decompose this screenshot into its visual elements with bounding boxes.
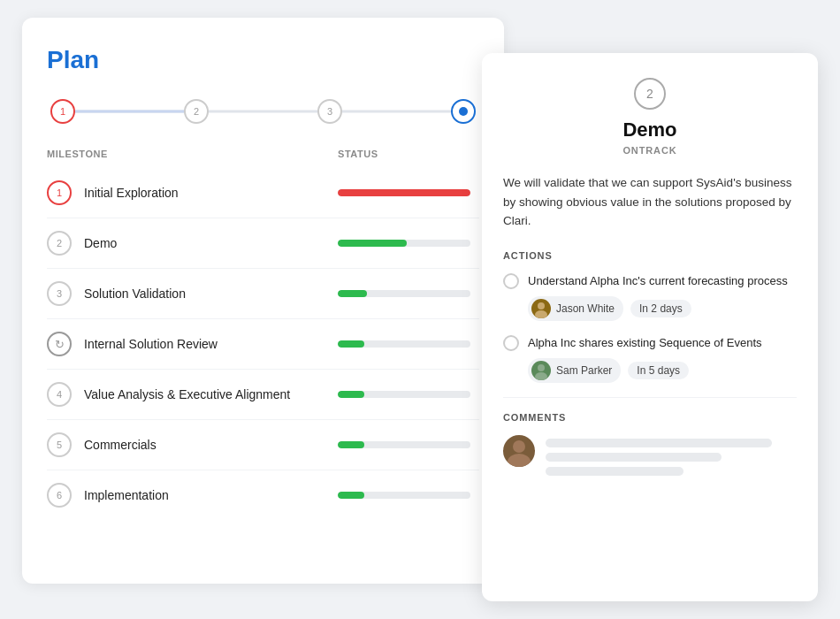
milestone-row-6[interactable]: 5 Commercials — [47, 420, 479, 470]
detail-step-number: 2 — [646, 87, 653, 101]
progress-fill-2 — [338, 240, 407, 247]
progress-fill-3 — [338, 290, 367, 297]
milestone-status-1 — [338, 189, 479, 196]
progress-bar-4 — [338, 340, 470, 348]
action-text-2: Alpha Inc shares existing Sequence of Ev… — [528, 335, 762, 351]
progress-fill-7 — [338, 492, 364, 499]
milestone-status-6 — [338, 441, 479, 448]
action-text-1: Understand Alpha Inc's current forecasti… — [528, 273, 788, 289]
milestone-icon-2: 2 — [47, 231, 72, 256]
milestone-icon-6: 5 — [47, 432, 72, 457]
assignee-name-1: Jason White — [556, 302, 615, 315]
action-meta-2: Sam Parker In 5 days — [503, 358, 797, 383]
detail-title: Demo — [503, 118, 797, 141]
milestone-row-3[interactable]: 3 Solution Validation — [47, 269, 479, 319]
progress-fill-1 — [338, 189, 470, 196]
action-item-2: Alpha Inc shares existing Sequence of Ev… — [503, 335, 797, 383]
action-item-1: Understand Alpha Inc's current forecasti… — [503, 273, 797, 321]
comment-row-1 — [503, 435, 797, 476]
milestone-row-7[interactable]: 6 Implementation — [47, 470, 479, 520]
right-panel: 2 Demo ONTRACK We will validate that we … — [482, 53, 818, 601]
milestone-row-1[interactable]: 1 Initial Exploration — [47, 168, 479, 218]
milestone-name-7: Implementation — [84, 488, 338, 502]
comment-lines — [546, 435, 797, 476]
action-title-row-1: Understand Alpha Inc's current forecasti… — [503, 273, 797, 289]
svg-point-1 — [535, 310, 547, 318]
step-node-3[interactable]: 3 — [317, 99, 342, 124]
step-label-3: 3 — [327, 106, 332, 117]
step-node-1[interactable]: 1 — [50, 99, 75, 124]
track-line-filled — [65, 111, 188, 113]
milestone-table: MILESTONE STATUS 1 Initial Exploration 2… — [47, 149, 479, 520]
milestone-status-5 — [338, 391, 479, 398]
detail-step-circle: 2 — [634, 78, 666, 110]
milestone-status-7 — [338, 492, 479, 499]
comment-line-1 — [546, 439, 772, 447]
action-checkbox-2[interactable] — [503, 335, 519, 351]
assignee-chip-2: Sam Parker — [528, 358, 621, 383]
col-status-header: STATUS — [338, 149, 479, 159]
progress-fill-5 — [338, 391, 364, 398]
comment-avatar — [503, 435, 535, 467]
milestone-status-2 — [338, 240, 479, 247]
milestone-row-2[interactable]: 2 Demo — [47, 218, 479, 269]
milestone-icon-1: 1 — [47, 180, 72, 205]
svg-point-2 — [538, 364, 545, 371]
progress-bar-1 — [338, 189, 470, 196]
step-label-2: 2 — [194, 106, 199, 117]
milestone-name-3: Solution Validation — [84, 287, 338, 301]
progress-bar-2 — [338, 240, 470, 247]
progress-bar-7 — [338, 492, 470, 499]
milestone-icon-3: 3 — [47, 281, 72, 306]
milestone-icon-5: 4 — [47, 382, 72, 407]
detail-status: ONTRACK — [503, 145, 797, 156]
due-chip-2: In 5 days — [628, 362, 689, 379]
actions-label: ACTIONS — [503, 250, 797, 261]
milestone-row-4[interactable]: ↻ Internal Solution Review — [47, 319, 479, 370]
action-meta-1: Jason White In 2 days — [503, 296, 797, 321]
action-checkbox-1[interactable] — [503, 273, 519, 289]
svg-point-0 — [538, 302, 545, 310]
milestone-name-1: Initial Exploration — [84, 186, 338, 200]
progress-fill-4 — [338, 340, 364, 348]
milestone-row-5[interactable]: 4 Value Analysis & Executive Alignment — [47, 370, 479, 420]
comment-line-2 — [546, 453, 722, 462]
milestone-name-4: Internal Solution Review — [84, 337, 338, 351]
table-header: MILESTONE STATUS — [47, 149, 479, 168]
step-label-1: 1 — [60, 106, 65, 117]
due-chip-1: In 2 days — [630, 300, 691, 317]
assignee-chip-1: Jason White — [528, 296, 623, 321]
avatar-jason — [531, 299, 551, 318]
left-panel: Plan 1 2 3 MILESTONE STATUS — [22, 18, 504, 584]
comment-line-3 — [546, 467, 683, 476]
milestone-status-3 — [338, 290, 479, 297]
comments-label: COMMENTS — [503, 412, 797, 423]
svg-point-5 — [508, 454, 531, 467]
progress-bar-5 — [338, 391, 470, 398]
svg-point-4 — [513, 440, 525, 453]
avatar-sam — [531, 361, 551, 380]
progress-fill-6 — [338, 441, 364, 448]
assignee-name-2: Sam Parker — [556, 364, 612, 377]
detail-description: We will validate that we can support Sys… — [503, 173, 797, 231]
milestone-icon-7: 6 — [47, 483, 72, 508]
svg-point-3 — [535, 372, 547, 380]
progress-bar-3 — [338, 290, 470, 297]
step-node-4[interactable] — [451, 99, 476, 124]
progress-track: 1 2 3 — [47, 99, 479, 124]
progress-bar-6 — [338, 441, 470, 448]
page-title: Plan — [47, 46, 479, 74]
action-title-row-2: Alpha Inc shares existing Sequence of Ev… — [503, 335, 797, 351]
step-node-2[interactable]: 2 — [184, 99, 209, 124]
milestone-name-6: Commercials — [84, 438, 338, 452]
divider — [503, 397, 797, 398]
col-milestone-header: MILESTONE — [47, 149, 338, 159]
milestone-name-2: Demo — [84, 236, 338, 250]
milestone-icon-4: ↻ — [47, 332, 72, 356]
milestone-name-5: Value Analysis & Executive Alignment — [84, 387, 338, 401]
sync-icon: ↻ — [55, 338, 65, 351]
milestone-status-4 — [338, 340, 479, 348]
